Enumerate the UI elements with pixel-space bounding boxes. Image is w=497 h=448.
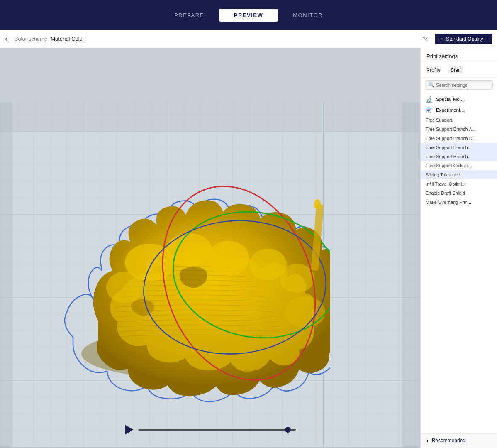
setting-slicing-tolerance[interactable]: Slicing Tolerance [421,170,497,179]
setting-make-overhang[interactable]: Make Overhang Prin... [421,198,497,207]
print-settings-header: Print settings [421,48,497,63]
svg-point-20 [314,199,321,209]
profile-row: Profile Stan [421,63,497,78]
svg-point-15 [285,296,325,328]
setting-tree-support-branch-a[interactable]: Tree Support Branch A... [421,125,497,134]
svg-rect-6 [402,102,420,448]
profile-value: Stan [448,66,463,74]
experimental-row[interactable]: ⚗️ Experiment... [421,105,497,115]
setting-tree-support-collision[interactable]: Tree Support Collisio... [421,161,497,170]
quality-button[interactable]: ≡ Standard Quality - [435,34,492,44]
setting-infill-travel[interactable]: Infill Travel Optimi... [421,179,497,189]
3d-viewport[interactable] [0,48,420,448]
chevron-left-icon: ‹ [426,437,429,444]
search-box[interactable]: 🔍 [425,80,493,90]
svg-point-13 [106,272,144,303]
back-button[interactable]: ‹ [5,34,7,43]
subbar: ‹ Color scheme Material Color ✎ ≡ Standa… [0,30,497,48]
special-mode-label: Special Mo... [436,97,463,102]
search-input[interactable] [436,83,489,88]
setting-tree-support-branch-4[interactable]: Tree Support Branch... [421,152,497,161]
top-navigation: PREPARE PREVIEW MONITOR [0,0,497,30]
playback-bar [125,425,296,435]
special-mode-row[interactable]: 🔬 Special Mo... [421,94,497,105]
experimental-icon: ⚗️ [426,107,433,113]
svg-point-14 [280,264,314,293]
quality-label: Standard Quality - [446,36,486,42]
right-panel: Print settings Profile Stan 🔍 🔬 Special … [420,48,497,448]
recommended-button[interactable]: ‹ Recommended [421,433,497,448]
main-content: Print settings Profile Stan 🔍 🔬 Special … [0,48,497,448]
color-scheme-label: Color scheme [14,36,47,42]
3d-model [48,121,330,404]
recommended-label: Recommended [432,438,465,443]
svg-rect-5 [0,102,12,448]
setting-enable-draft-shield[interactable]: Enable Draft Shield [421,189,497,198]
search-icon: 🔍 [429,82,434,88]
preview-tab[interactable]: PREVIEW [219,9,278,22]
quality-icon: ≡ [441,36,443,42]
setting-tree-support-branch-d[interactable]: Tree Support Branch D... [421,134,497,143]
print-settings-label: Print settings [426,53,458,59]
special-mode-icon: 🔬 [426,96,433,103]
setting-tree-support[interactable]: Tree Support [421,115,497,125]
layer-slider[interactable] [138,429,296,431]
slider-thumb[interactable] [285,427,291,433]
setting-tree-support-branch-3[interactable]: Tree Support Branch... [421,143,497,152]
settings-list: 🔬 Special Mo... ⚗️ Experiment... Tree Su… [421,92,497,433]
edit-icon[interactable]: ✎ [423,35,428,43]
play-button[interactable] [125,425,133,435]
svg-point-11 [208,241,249,276]
experimental-label: Experiment... [436,108,464,113]
monitor-tab[interactable]: MONITOR [278,9,338,22]
profile-label: Profile [426,67,445,73]
prepare-tab[interactable]: PREPARE [159,9,219,22]
color-scheme-value: Material Color [51,36,84,42]
